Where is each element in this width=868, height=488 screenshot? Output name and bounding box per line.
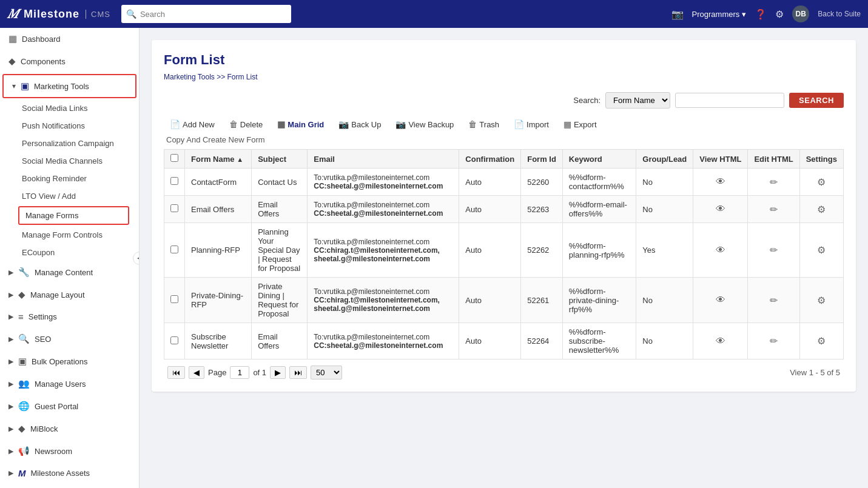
search-input[interactable] [140, 10, 286, 19]
edit-html-icon-4[interactable]: ✏ [770, 335, 778, 347]
sidebar-item-bulk-operations[interactable]: ▶ ▣ Bulk Operations [0, 350, 139, 373]
trash-button[interactable]: 🗑 Trash [462, 117, 505, 132]
edit-html-icon-3[interactable]: ✏ [770, 295, 778, 306]
row-form-id: 52264 [521, 323, 563, 359]
col-form-name[interactable]: Form Name ▲ [185, 150, 252, 169]
back-to-suite-link[interactable]: Back to Suite [818, 10, 861, 18]
first-page-button[interactable]: ⏮ [167, 366, 185, 379]
row-group-lead: Yes [636, 223, 693, 278]
camera-icon[interactable]: 📷 [671, 8, 684, 20]
row-confirmation: Auto [459, 323, 521, 359]
sidebar-item-label: MiBlock [30, 424, 58, 433]
per-page-select[interactable]: 10 25 50 100 [311, 366, 342, 379]
sidebar-item-push-notifications[interactable]: Push Notifications [0, 117, 139, 135]
arrow-icon: ▶ [8, 358, 13, 366]
view-html-icon-3[interactable]: 👁 [716, 295, 725, 306]
row-settings: ⚙ [799, 169, 843, 196]
breadcrumb: Marketing Tools >> Form List [164, 73, 844, 81]
sidebar-item-guest-portal[interactable]: ▶ 🌐 Guest Portal [0, 395, 139, 418]
copy-create-label[interactable]: Copy And Create New Form [166, 135, 265, 144]
col-checkbox [164, 150, 185, 169]
email-to: To:vrutika.p@milestoneinternet.com [314, 333, 453, 341]
help-icon[interactable]: ❓ [755, 8, 767, 20]
arrow-icon: ▶ [8, 425, 13, 433]
search-type-select[interactable]: Form Name Subject Email Form Id Keyword [605, 92, 670, 109]
programmers-menu[interactable]: Programmers ▾ [692, 10, 747, 19]
sidebar-item-manage-layout[interactable]: ▶ ◆ Manage Layout [0, 284, 139, 306]
email-cc: CC:sheetal.g@milestoneinternet.com [314, 182, 453, 190]
edit-html-icon-2[interactable]: ✏ [770, 244, 778, 256]
bulk-operations-icon: ▣ [18, 356, 27, 367]
row-checkbox-1[interactable] [170, 204, 178, 212]
row-confirmation: Auto [459, 196, 521, 223]
sidebar-item-marketing-tools[interactable]: ▾ ▣ Marketing Tools [2, 74, 136, 98]
add-new-button[interactable]: 📄 Add New [164, 117, 221, 132]
row-edit-html: ✏ [748, 169, 799, 196]
sidebar-item-settings[interactable]: ▶ ≡ Settings [0, 306, 139, 328]
import-button[interactable]: 📄 Import [508, 117, 555, 132]
select-all-checkbox[interactable] [170, 154, 178, 162]
row-checkbox-2[interactable] [170, 246, 178, 253]
view-backup-button[interactable]: 📷 View Backup [389, 117, 460, 132]
prev-page-button[interactable]: ◀ [189, 366, 204, 379]
email-to: To:vrutika.p@milestoneinternet.com [314, 173, 453, 182]
delete-label: Delete [240, 120, 263, 129]
avatar[interactable]: DB [792, 5, 809, 22]
table-body: ContactForm Contact Us To:vrutika.p@mile… [164, 169, 844, 359]
search-button[interactable]: SEARCH [789, 93, 844, 108]
view-html-icon-0[interactable]: 👁 [716, 176, 725, 187]
sidebar-item-manage-users[interactable]: ▶ 👥 Manage Users [0, 373, 139, 395]
next-page-button[interactable]: ▶ [270, 366, 286, 379]
sidebar-item-lto-view-add[interactable]: LTO View / Add [0, 187, 139, 205]
row-checkbox-0[interactable] [170, 177, 178, 185]
sidebar-item-booking-reminder[interactable]: Booking Reminder [0, 170, 139, 187]
milestone-assets-icon: M [18, 468, 26, 478]
view-backup-icon: 📷 [395, 119, 406, 129]
sidebar-item-personalization-campaign[interactable]: Personalization Campaign [0, 135, 139, 152]
settings-icon-2[interactable]: ⚙ [817, 244, 826, 256]
settings-icon-4[interactable]: ⚙ [817, 335, 826, 347]
sidebar-item-components[interactable]: ◆ Components [0, 50, 139, 73]
view-html-icon-4[interactable]: 👁 [716, 336, 725, 347]
breadcrumb-marketing-tools[interactable]: Marketing Tools [164, 73, 215, 81]
sidebar-item-social-media-links[interactable]: Social Media Links [0, 99, 139, 117]
sidebar-item-manage-content[interactable]: ▶ 🔧 Manage Content [0, 261, 139, 284]
seo-icon: 🔍 [18, 333, 30, 344]
settings-icon-1[interactable]: ⚙ [817, 204, 826, 215]
sidebar-item-manage-form-controls[interactable]: Manage Form Controls [0, 226, 139, 244]
last-page-button[interactable]: ⏭ [289, 366, 307, 379]
page-number-input[interactable] [230, 366, 249, 379]
row-confirmation: Auto [459, 278, 521, 323]
table-row: Private-Dining-RFP Private Dining | Requ… [164, 278, 844, 323]
main-grid-button[interactable]: ▦ Main Grid [271, 117, 330, 132]
sidebar-item-newsroom[interactable]: ▶ 📢 Newsroom [0, 440, 139, 463]
edit-html-icon-1[interactable]: ✏ [770, 204, 778, 215]
sidebar-item-ecoupon[interactable]: ECoupon [0, 244, 139, 261]
view-count: View 1 - 5 of 5 [790, 368, 840, 377]
table-row: ContactForm Contact Us To:vrutika.p@mile… [164, 169, 844, 196]
page-label: Page [208, 368, 226, 377]
settings-icon-3[interactable]: ⚙ [817, 295, 826, 306]
sidebar-item-miblock[interactable]: ▶ ◆ MiBlock [0, 418, 139, 440]
row-view-html: 👁 [693, 196, 748, 223]
components-icon: ◆ [8, 56, 16, 67]
delete-button[interactable]: 🗑 Delete [223, 117, 269, 132]
sidebar-item-social-media-channels[interactable]: Social Media Channels [0, 152, 139, 170]
edit-html-icon-0[interactable]: ✏ [770, 176, 778, 188]
row-keyword: %%dform-subscribe-newsletter%% [562, 323, 636, 359]
export-button[interactable]: ▦ Export [557, 117, 603, 132]
sidebar-item-manage-forms[interactable]: Manage Forms [18, 206, 129, 225]
sidebar-item-dashboard[interactable]: ▦ Dashboard [0, 28, 139, 50]
sidebar-item-seo[interactable]: ▶ 🔍 SEO [0, 328, 139, 350]
row-checkbox-3[interactable] [170, 295, 178, 303]
row-checkbox-4[interactable] [170, 336, 178, 344]
back-up-button[interactable]: 📷 Back Up [332, 117, 387, 132]
sidebar-item-milestone-assets[interactable]: ▶ M Milestone Assets [0, 463, 139, 484]
settings-icon[interactable]: ⚙ [775, 8, 784, 20]
manage-users-icon: 👥 [18, 378, 30, 389]
view-html-icon-1[interactable]: 👁 [716, 204, 725, 215]
search-text-input[interactable] [675, 93, 784, 108]
logo: 𝑀 Milestone CMS [7, 6, 110, 22]
settings-icon-0[interactable]: ⚙ [817, 176, 826, 188]
view-html-icon-2[interactable]: 👁 [716, 245, 725, 256]
